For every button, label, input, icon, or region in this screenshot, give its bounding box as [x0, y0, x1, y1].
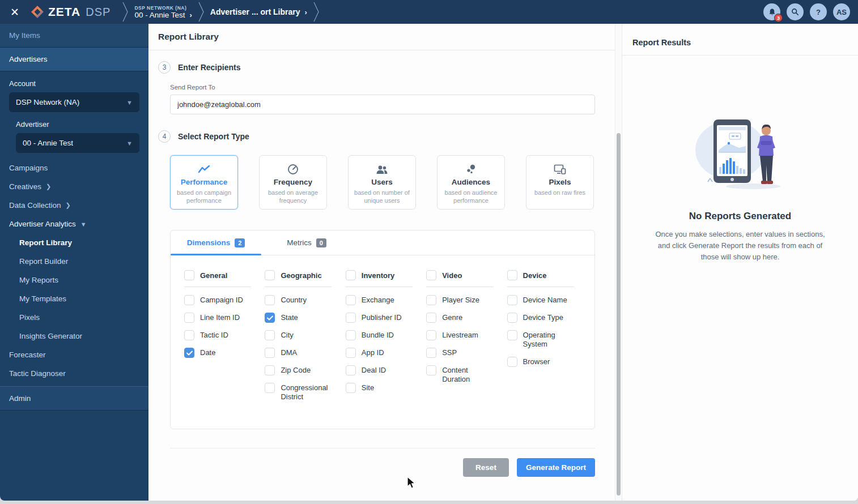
zeta-logo[interactable]: ZETA DSP [31, 5, 111, 19]
checkbox[interactable] [426, 295, 436, 305]
search-button[interactable] [787, 3, 804, 20]
checkbox[interactable] [507, 270, 517, 280]
sidebar-item-my-items[interactable]: My Items [0, 24, 148, 48]
sidebar-item-report-library[interactable]: Report Library [0, 233, 148, 252]
checkbox[interactable] [426, 270, 436, 280]
dimension-option-operating-system[interactable]: Operating System [507, 330, 585, 349]
dimension-option-genre[interactable]: Genre [426, 313, 504, 323]
dimension-option-player-size[interactable]: Player Size [426, 295, 504, 305]
avatar[interactable]: AS [833, 3, 850, 20]
checkbox[interactable] [507, 295, 517, 305]
dimension-category[interactable]: Device [507, 270, 585, 280]
sidebar-item-my-reports[interactable]: My Reports [0, 271, 148, 289]
sidebar-item-tactic-diagnoser[interactable]: Tactic Diagnoser [0, 364, 148, 383]
advertiser-select[interactable]: 00 - Annie Test ▼ [16, 133, 139, 153]
dimension-option-deal-id[interactable]: Deal ID [346, 365, 424, 375]
dimension-option-exchange[interactable]: Exchange [346, 295, 424, 305]
sidebar-item-insights-generator[interactable]: Insights Generator [0, 327, 148, 345]
sidebar-item-forecaster[interactable]: Forecaster [0, 345, 148, 364]
dimension-option-app-id[interactable]: App ID [346, 348, 424, 358]
account-select[interactable]: DSP Network (NA) ▼ [9, 92, 139, 112]
report-type-label: Users [352, 178, 412, 186]
dimension-option-bundle-id[interactable]: Bundle ID [346, 330, 424, 340]
dimension-option-congressional-district[interactable]: Congressional District [265, 383, 343, 402]
dimension-category[interactable]: Video [426, 270, 504, 280]
report-type-card-frequency[interactable]: Frequencybased on average frequency [259, 155, 327, 210]
dimension-option-country[interactable]: Country [265, 295, 343, 305]
sidebar-item-advertiser-analytics[interactable]: Advertiser Analytics▼ [0, 215, 148, 233]
dimension-option-zip-code[interactable]: Zip Code [265, 365, 343, 375]
sidebar-item-advertisers[interactable]: Advertisers [0, 48, 148, 71]
checkbox[interactable] [184, 295, 194, 305]
sidebar-item-label: Tactic Diagnoser [9, 369, 66, 378]
tab-metrics[interactable]: Metrics0 [261, 230, 352, 255]
checkbox[interactable] [265, 270, 275, 280]
checkbox[interactable] [507, 357, 517, 367]
dimension-option-ssp[interactable]: SSP [426, 348, 504, 358]
checkbox[interactable] [426, 330, 436, 340]
checkbox[interactable] [426, 365, 436, 375]
checkbox[interactable] [265, 348, 275, 358]
checkbox[interactable] [426, 313, 436, 323]
help-button[interactable]: ? [810, 3, 827, 20]
checkbox[interactable] [426, 348, 436, 358]
send-report-to-input[interactable] [170, 95, 595, 114]
checkbox[interactable] [265, 383, 275, 393]
sidebar-item-report-builder[interactable]: Report Builder [0, 252, 148, 271]
dimension-category[interactable]: Geographic [265, 270, 343, 280]
checkbox[interactable] [265, 330, 275, 340]
sidebar-item-campaigns[interactable]: Campaigns [0, 159, 148, 177]
dimension-option-city[interactable]: City [265, 330, 343, 340]
dimension-option-line-item-id[interactable]: Line Item ID [184, 313, 262, 323]
checkbox-checked[interactable] [184, 348, 194, 358]
dimension-option-tactic-id[interactable]: Tactic ID [184, 330, 262, 340]
notifications-button[interactable]: 3 [763, 3, 780, 20]
sidebar-item-my-templates[interactable]: My Templates [0, 289, 148, 308]
dimension-option-date[interactable]: Date [184, 348, 262, 358]
checkbox-checked[interactable] [265, 313, 275, 323]
checkbox[interactable] [184, 330, 194, 340]
close-icon[interactable]: ✕ [7, 4, 23, 20]
dimension-option-site[interactable]: Site [346, 383, 424, 393]
sidebar-item-pixels[interactable]: Pixels [0, 308, 148, 327]
breadcrumb-network[interactable]: DSP NETWORK (NA) 00 - Annie Test › [134, 5, 192, 19]
checkbox[interactable] [346, 330, 356, 340]
checkbox[interactable] [346, 295, 356, 305]
checkbox[interactable] [507, 330, 517, 340]
dimension-option-livestream[interactable]: Livestream [426, 330, 504, 340]
report-type-card-pixels[interactable]: Pixelsbased on raw fires [526, 155, 594, 210]
dimension-category[interactable]: Inventory [346, 270, 424, 280]
checkbox[interactable] [265, 365, 275, 375]
sidebar-item-creatives[interactable]: Creatives❯ [0, 177, 148, 196]
reset-button[interactable]: Reset [463, 458, 509, 477]
checkbox[interactable] [346, 365, 356, 375]
scrollbar-thumb[interactable] [617, 133, 621, 496]
dimension-category[interactable]: General [184, 270, 262, 280]
checkbox[interactable] [184, 313, 194, 323]
dimension-option-state[interactable]: State [265, 313, 343, 323]
report-type-card-performance[interactable]: Performancebased on campaign performance [170, 155, 238, 210]
checkbox[interactable] [346, 383, 356, 393]
dimension-option-campaign-id[interactable]: Campaign ID [184, 295, 262, 305]
sidebar-item-data-collection[interactable]: Data Collection❯ [0, 196, 148, 215]
dimension-option-browser[interactable]: Browser [507, 357, 585, 367]
checkbox[interactable] [507, 313, 517, 323]
checkbox[interactable] [265, 295, 275, 305]
report-type-card-users[interactable]: Usersbased on number of unique users [348, 155, 416, 210]
dimension-option-publisher-id[interactable]: Publisher ID [346, 313, 424, 323]
checkbox[interactable] [346, 313, 356, 323]
sidebar-item-admin[interactable]: Admin [0, 386, 148, 411]
vertical-scrollbar[interactable] [615, 24, 621, 501]
dimension-option-dma[interactable]: DMA [265, 348, 343, 358]
tab-dimensions[interactable]: Dimensions2 [171, 230, 261, 255]
checkbox[interactable] [346, 348, 356, 358]
report-type-card-audiences[interactable]: Audiencesbased on audience performance [437, 155, 505, 210]
sidebar-item-label: My Templates [19, 294, 66, 303]
dimension-option-device-name[interactable]: Device Name [507, 295, 585, 305]
checkbox[interactable] [184, 270, 194, 280]
generate-report-button[interactable]: Generate Report [517, 458, 595, 477]
breadcrumb-page[interactable]: Advertiser ... ort Library › [210, 7, 307, 16]
dimension-option-device-type[interactable]: Device Type [507, 313, 585, 323]
dimension-option-content-duration[interactable]: Content Duration [426, 365, 504, 385]
checkbox[interactable] [346, 270, 356, 280]
